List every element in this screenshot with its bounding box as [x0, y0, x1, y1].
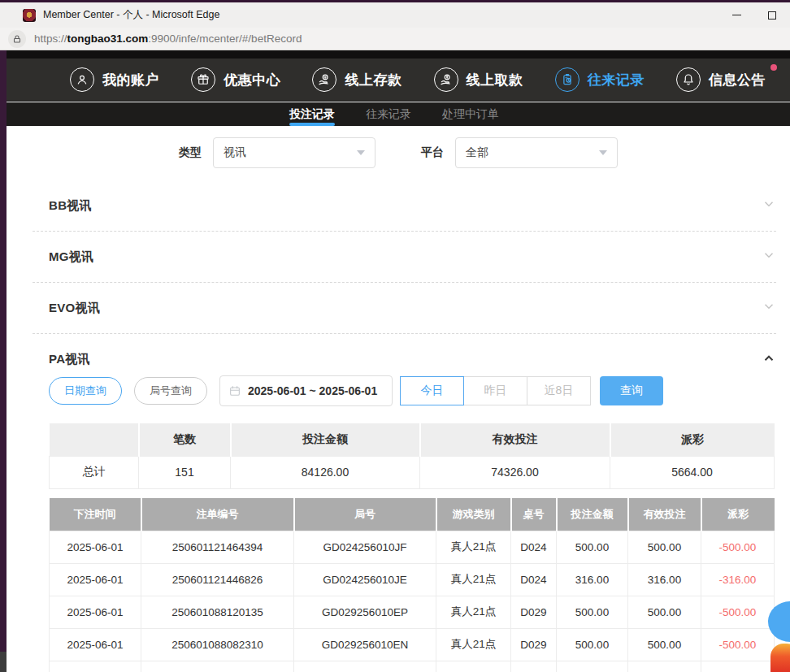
withdraw-hand-coin-icon: [434, 67, 458, 92]
cell: [141, 661, 294, 672]
date-range-input[interactable]: 2025-06-01 ~ 2025-06-01: [219, 375, 393, 406]
cell: 250601121464394: [141, 531, 294, 563]
detail-header: 有效投注: [628, 498, 701, 531]
cell: GD024256010JF: [294, 531, 436, 563]
cell: D029: [511, 596, 557, 628]
quick-range-group: 今日 昨日 近8日: [400, 376, 591, 405]
filter-row: 类型 视讯 平台 全部: [7, 137, 790, 168]
nav-label: 线上存款: [345, 71, 402, 89]
summary-table: 笔数 投注金额 有效投注 派彩 总计 151 84126.00 74326.00…: [49, 423, 775, 489]
nav-item-online-deposit[interactable]: 线上存款: [312, 67, 402, 92]
accordion-title: EVO视讯: [33, 301, 100, 316]
nav-item-announcements[interactable]: 信息公告: [676, 67, 766, 92]
platform-select[interactable]: 全部: [455, 137, 618, 168]
nav-item-transaction-records[interactable]: 往来记录: [555, 67, 645, 92]
cell: D024: [511, 531, 557, 563]
chevron-down-icon: [762, 299, 776, 317]
address-bar[interactable]: https://tongbao31.com:9900/infe/mcenter/…: [0, 28, 790, 50]
cell: 316.00: [557, 563, 628, 596]
table-row: 2025-06-01250601088082310GD029256010EN真人…: [50, 628, 775, 661]
yesterday-button[interactable]: 昨日: [463, 376, 527, 405]
nav-label: 线上取款: [467, 71, 523, 89]
date-range-value: 2025-06-01 ~ 2025-06-01: [248, 384, 377, 397]
accordion-title: PA视讯: [33, 352, 90, 367]
table-row-partial: [50, 661, 775, 672]
search-button[interactable]: 查询: [600, 376, 663, 405]
user-icon: [70, 67, 94, 92]
nav-item-online-withdraw[interactable]: 线上取款: [434, 67, 523, 92]
cell: GD029256010EN: [294, 628, 436, 661]
cell: 真人21点: [436, 531, 511, 563]
cell: [436, 661, 511, 672]
cell: 500.00: [628, 531, 701, 563]
tab-label: 投注记录: [289, 107, 335, 122]
detail-header: 局号: [294, 498, 436, 531]
cell: [511, 661, 557, 672]
accordion-evo[interactable]: EVO视讯: [33, 283, 776, 334]
tab-label: 往来记录: [366, 107, 411, 122]
maximize-button[interactable]: [754, 2, 790, 28]
summary-cell: 74326.00: [420, 456, 610, 488]
platform-select-value: 全部: [466, 145, 599, 160]
bet-detail-table: 下注时间 注单编号 局号 游戏类别 桌号 投注金额 有效投注 派彩 2025-0…: [49, 498, 775, 672]
nav-label: 信息公告: [709, 71, 766, 89]
cell: D029: [511, 628, 557, 661]
date-query-button[interactable]: 日期查询: [49, 377, 122, 405]
minimize-button[interactable]: [718, 2, 754, 28]
lock-icon[interactable]: [8, 30, 26, 48]
accordion-bb[interactable]: BB视讯: [33, 180, 776, 232]
cell: -500.00: [701, 596, 775, 628]
cell: 250601088120135: [141, 596, 294, 628]
cell: -500.00: [701, 628, 775, 661]
page-left-edge-foot: [0, 652, 7, 672]
chevron-down-icon: [762, 248, 776, 266]
url-path: :9900/infe/mcenter/#/betRecord: [148, 33, 302, 45]
accordion-title: MG视讯: [33, 249, 93, 265]
today-button[interactable]: 今日: [400, 376, 464, 405]
detail-header: 派彩: [701, 498, 775, 531]
type-select-value: 视讯: [224, 145, 357, 160]
cell: 2025-06-01: [50, 628, 141, 661]
cell: 2025-06-01: [50, 596, 141, 628]
cell: [50, 661, 141, 672]
window-controls: [718, 2, 790, 28]
type-filter-label: 类型: [179, 145, 202, 160]
summary-cell: 84126.00: [231, 456, 420, 488]
chevron-down-icon: [599, 150, 607, 155]
cell: [557, 661, 628, 672]
cell: 真人21点: [436, 596, 511, 628]
nav-item-promotions[interactable]: 优惠中心: [191, 67, 280, 92]
accordion-title: BB视讯: [33, 198, 92, 214]
type-select[interactable]: 视讯: [213, 137, 375, 168]
tab-pending-orders[interactable]: 处理中订单: [442, 102, 499, 126]
promo-mascot-widget[interactable]: [770, 644, 790, 672]
accordion-mg[interactable]: MG视讯: [33, 232, 776, 283]
tab-transaction-records[interactable]: 往来记录: [366, 102, 411, 126]
cell: 316.00: [628, 563, 701, 596]
table-row: 2025-06-01250601121464394GD024256010JF真人…: [50, 531, 775, 563]
detail-header-row: 下注时间 注单编号 局号 游戏类别 桌号 投注金额 有效投注 派彩: [50, 498, 775, 531]
cell: [628, 661, 701, 672]
summary-header: 投注金额: [231, 423, 420, 456]
round-query-button[interactable]: 局号查询: [134, 377, 207, 405]
cell: 真人21点: [436, 563, 511, 596]
cell: 500.00: [557, 628, 628, 661]
nav-item-my-account[interactable]: 我的账户: [70, 67, 159, 92]
summary-total-row: 总计 151 84126.00 74326.00 5664.00: [50, 456, 775, 488]
notification-dot: [770, 64, 777, 71]
url-text[interactable]: https://tongbao31.com:9900/infe/mcenter/…: [34, 33, 302, 45]
cell: 500.00: [557, 596, 628, 628]
page-left-edge: [0, 50, 7, 652]
detail-table-body: 2025-06-01250601121464394GD024256010JF真人…: [50, 531, 775, 672]
table-row: 2025-06-01250601121446826GD024256010JE真人…: [50, 563, 775, 596]
cell: 真人21点: [436, 628, 511, 661]
cell: -316.00: [701, 563, 775, 596]
minimize-icon: [732, 15, 741, 15]
tab-bet-records[interactable]: 投注记录: [289, 102, 335, 126]
summary-header: 派彩: [610, 423, 775, 456]
last-8-days-button[interactable]: 近8日: [527, 376, 591, 405]
main-navbar: 我的账户 优惠中心 线上存款 线上取款 往来记录 信息公告: [7, 59, 790, 102]
cell: 500.00: [628, 596, 701, 628]
cell: 500.00: [628, 628, 701, 661]
url-domain: tongbao31.com: [67, 33, 149, 45]
